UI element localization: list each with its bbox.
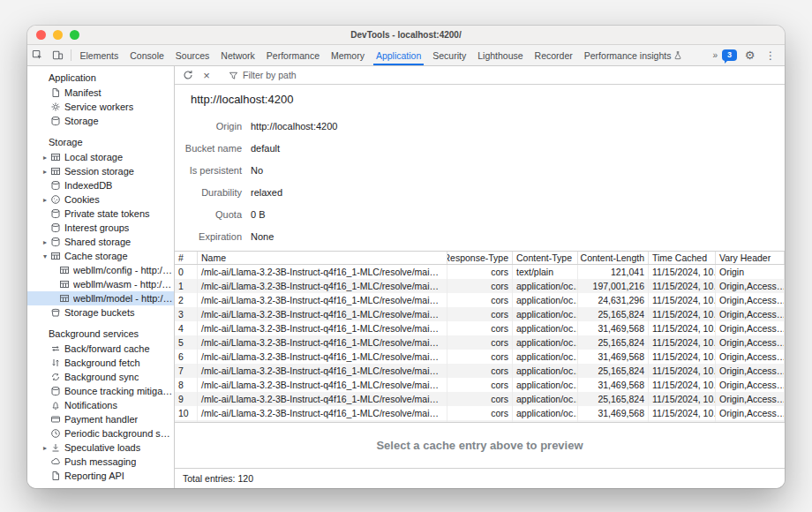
sidebar-item-background-fetch[interactable]: Background fetch [27,356,174,370]
table-body[interactable]: 0/mlc-ai/Llama-3.2-3B-Instruct-q4f16_1-M… [175,265,785,422]
kebab-menu-icon[interactable]: ⋮ [763,49,778,62]
status-bar: Total entries: 120 [175,468,785,488]
sidebar-item-label: Private state tokens [64,208,150,219]
column-header-vary-header[interactable]: Vary Header [716,252,785,264]
chevron-right-icon[interactable]: ▸ [40,444,50,452]
sidebar-item-manifest[interactable]: Manifest [27,86,174,100]
detail-value: default [251,143,280,154]
chevron-right-icon[interactable]: ▸ [40,196,50,204]
cell-time-cached: 11/15/2024, 10… [649,279,716,293]
cell-vary-header: Origin,Access… [716,279,785,293]
chevron-right-icon[interactable]: ▸ [40,238,50,246]
chevron-right-icon[interactable]: ▸ [40,154,50,162]
tab-label: Network [221,50,255,61]
column-header-response-type[interactable]: Response-Type [447,252,513,264]
detail-row: Bucket namedefault [175,137,785,159]
more-tabs-chevron-icon[interactable]: » [710,50,719,60]
sidebar-item-storage-buckets[interactable]: Storage buckets [27,305,174,320]
cache-entry-row[interactable]: 5/mlc-ai/Llama-3.2-3B-Instruct-q4f16_1-M… [175,335,785,350]
tab-elements[interactable]: Elements [74,45,124,65]
cell-: 5 [175,335,198,350]
sidebar-item-webllm-wasm-http-loca[interactable]: webllm/wasm - http://loca… [27,277,174,291]
column-header-[interactable]: # [175,252,198,264]
doc-icon [50,87,64,98]
column-header-content-length[interactable]: Content-Length [578,252,649,264]
detail-value: No [251,165,263,176]
cell-response-type: cors [447,335,513,350]
delete-selected-icon[interactable]: × [198,67,215,83]
tab-performance-insights[interactable]: Performance insights [578,45,688,65]
chevron-down-icon[interactable]: ▾ [40,252,50,260]
settings-gear-icon[interactable]: ⚙ [740,49,760,62]
detail-row: Quota0 B [175,203,785,225]
sidebar-item-indexeddb[interactable]: IndexedDB [27,178,174,192]
device-toolbar-icon[interactable] [48,45,68,65]
sidebar-item-speculative-loads[interactable]: ▸Speculative loads [27,440,174,455]
tab-performance[interactable]: Performance [260,45,325,65]
column-header-content-type[interactable]: Content-Type [513,252,578,264]
minimize-window-button[interactable] [53,30,63,40]
column-header-name[interactable]: Name [198,252,447,264]
filter-input[interactable]: Filter by path [229,70,297,80]
clock-icon [50,428,64,439]
tab-sources[interactable]: Sources [169,45,215,65]
sidebar-item-cache-storage[interactable]: ▾Cache storage [27,249,174,263]
cache-entry-row[interactable]: 0/mlc-ai/Llama-3.2-3B-Instruct-q4f16_1-M… [175,265,785,279]
tab-recorder[interactable]: Recorder [529,45,578,65]
sidebar-item-interest-groups[interactable]: Interest groups [27,221,174,235]
sidebar-item-reporting-api[interactable]: Reporting API [27,469,174,483]
tab-label: Application [376,50,421,61]
tab-security[interactable]: Security [427,45,472,65]
sidebar-item-storage[interactable]: Storage [27,114,174,128]
cache-entry-row[interactable]: 9/mlc-ai/Llama-3.2-3B-Instruct-q4f16_1-M… [175,392,785,406]
sidebar-item-bounce-tracking-mitigations[interactable]: Bounce tracking mitigations [27,384,174,398]
inspect-element-icon[interactable] [27,45,48,65]
cache-entry-row[interactable]: 7/mlc-ai/Llama-3.2-3B-Instruct-q4f16_1-M… [175,364,785,378]
tab-application[interactable]: Application [370,45,426,65]
preview-pane: Select a cache entry above to preview [175,422,785,468]
sidebar-item-webllm-config-http-loc[interactable]: webllm/config - http://loc… [27,263,174,277]
chevron-right-icon[interactable]: ▸ [40,168,50,176]
cookie-icon [50,194,64,205]
tab-network[interactable]: Network [215,45,261,65]
sidebar-item-service-workers[interactable]: Service workers [27,100,174,114]
sidebar-item-periodic-background-sync[interactable]: Periodic background sync [27,426,174,440]
tab-lighthouse[interactable]: Lighthouse [472,45,529,65]
refresh-icon[interactable] [179,67,197,83]
cell-content-type: application/oc… [513,321,578,335]
cell-response-type: cors [447,279,513,293]
cell-vary-header: Origin,Access… [716,378,785,392]
sidebar-item-session-storage[interactable]: ▸Session storage [27,164,174,178]
cache-entry-row[interactable]: 2/mlc-ai/Llama-3.2-3B-Instruct-q4f16_1-M… [175,293,785,307]
sidebar-item-cookies[interactable]: ▸Cookies [27,192,174,207]
cell-content-length: 25,165,824 [578,335,649,350]
db-icon [50,237,64,247]
zoom-window-button[interactable] [70,30,79,40]
sidebar-item-private-state-tokens[interactable]: Private state tokens [27,207,174,221]
cell-: 6 [175,350,198,364]
column-header-time-cached[interactable]: Time Cached [649,252,716,264]
tab-console[interactable]: Console [124,45,170,65]
cell-content-length: 25,165,824 [578,392,649,406]
cache-entry-row[interactable]: 10/mlc-ai/Llama-3.2-3B-Instruct-q4f16_1-… [175,406,785,420]
sidebar-item-local-storage[interactable]: ▸Local storage [27,150,174,164]
sidebar-item-push-messaging[interactable]: Push messaging [27,455,174,469]
tab-label: Recorder [535,50,573,61]
cache-entry-row[interactable]: 4/mlc-ai/Llama-3.2-3B-Instruct-q4f16_1-M… [175,321,785,335]
sidebar-item-webllm-model-http-loc[interactable]: webllm/model - http://loc… [27,291,174,305]
sidebar-item-payment-handler[interactable]: Payment handler [27,412,174,426]
sidebar-item-shared-storage[interactable]: ▸Shared storage [27,235,174,249]
cache-entry-row[interactable]: 3/mlc-ai/Llama-3.2-3B-Instruct-q4f16_1-M… [175,307,785,321]
tab-memory[interactable]: Memory [325,45,370,65]
cache-entry-row[interactable]: 8/mlc-ai/Llama-3.2-3B-Instruct-q4f16_1-M… [175,378,785,392]
cache-entry-row[interactable]: 6/mlc-ai/Llama-3.2-3B-Instruct-q4f16_1-M… [175,350,785,364]
sidebar-item-label: Back/forward cache [64,343,150,354]
close-window-button[interactable] [36,30,46,40]
sidebar-item-label: Storage buckets [64,307,135,318]
sidebar-item-background-sync[interactable]: Background sync [27,370,174,384]
issues-badge[interactable]: 3 [722,49,737,61]
sidebar-item-notifications[interactable]: Notifications [27,398,174,412]
cell-content-type: application/oc… [513,293,578,307]
cache-entry-row[interactable]: 1/mlc-ai/Llama-3.2-3B-Instruct-q4f16_1-M… [175,279,785,293]
sidebar-item-back-forward-cache[interactable]: Back/forward cache [27,342,174,356]
